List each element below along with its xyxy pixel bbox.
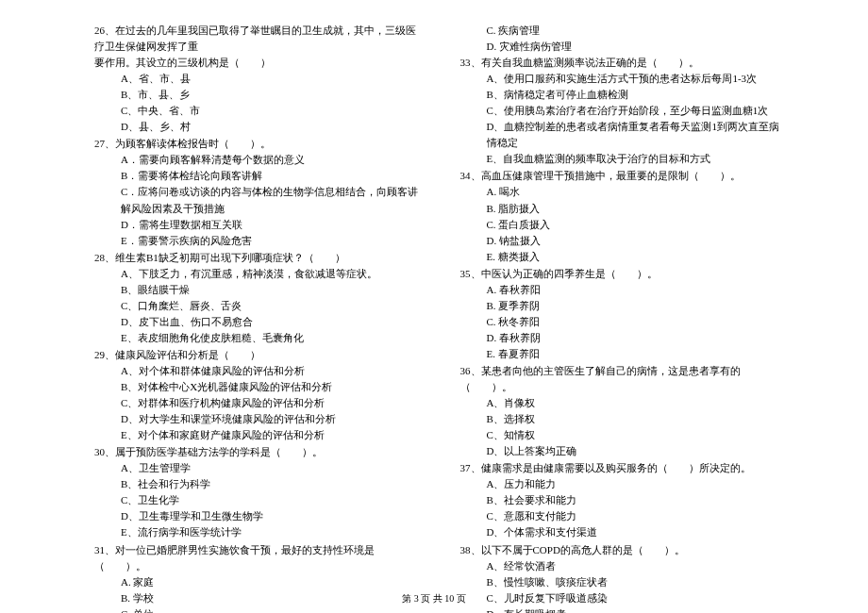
q31-opt-c: C. 单位 [94, 606, 423, 613]
q37-text: 37、健康需求是由健康需要以及购买服务的（ ）所决定的。 [460, 460, 789, 476]
q30-text: 30、属于预防医学基础方法学的学科是（ ）。 [94, 444, 423, 460]
q37-opt-a: A、压力和能力 [460, 476, 789, 492]
q38-text: 38、以下不属于COPD的高危人群的是（ ）。 [460, 542, 789, 558]
q26-opt-d: D、县、乡、村 [94, 119, 423, 135]
q32-opt-d: D. 灾难性病伤管理 [460, 39, 789, 55]
q34-opt-e: E. 糖类摄入 [460, 249, 789, 265]
q35-opt-a: A. 春秋养阳 [460, 282, 789, 298]
q31-text: 31、对一位已婚肥胖男性实施饮食干预，最好的支持性环境是（ ）。 [94, 542, 423, 574]
q26-opt-c: C、中央、省、市 [94, 103, 423, 119]
q30-opt-a: A、卫生管理学 [94, 460, 423, 476]
right-column: C. 疾病管理 D. 灾难性病伤管理 33、有关自我血糖监测频率说法正确的是（ … [460, 23, 789, 613]
question-27: 27、为顾客解读体检报告时（ ）。 A．需要向顾客解释清楚每个数据的意义 B．需… [94, 136, 423, 248]
q26-opt-a: A、省、市、县 [94, 71, 423, 87]
q33-opt-c: C、使用胰岛素治疗者在治疗开始阶段，至少每日监测血糖1次 [460, 103, 789, 119]
q29-text: 29、健康风险评估和分析是（ ） [94, 347, 423, 363]
q35-text: 35、中医认为正确的四季养生是（ ）。 [460, 266, 789, 282]
q33-opt-a: A、使用口服药和实施生活方式干预的患者达标后每周1-3次 [460, 71, 789, 87]
q29-opt-e: E、对个体和家庭财产健康风险的评估和分析 [94, 427, 423, 443]
q36-text: 36、某患者向他的主管医生了解自己的病情，这是患者享有的（ ）。 [460, 363, 789, 395]
q35-opt-c: C. 秋冬养阳 [460, 314, 789, 330]
q27-opt-e: E．需要警示疾病的风险危害 [94, 233, 423, 249]
q28-opt-e: E、表皮细胞角化使皮肤粗糙、毛囊角化 [94, 330, 423, 346]
question-35: 35、中医认为正确的四季养生是（ ）。 A. 春秋养阳 B. 夏季养阴 C. 秋… [460, 266, 789, 362]
question-36: 36、某患者向他的主管医生了解自己的病情，这是患者享有的（ ）。 A、肖像权 B… [460, 363, 789, 459]
question-26: 26、在过去的几年里我国已取得了举世瞩目的卫生成就，其中，三级医疗卫生保健网发挥… [94, 23, 423, 135]
q38-opt-b: B、慢性咳嗽、咳痰症状者 [460, 574, 789, 590]
question-30: 30、属于预防医学基础方法学的学科是（ ）。 A、卫生管理学 B、社会和行为科学… [94, 444, 423, 540]
q33-text: 33、有关自我血糖监测频率说法正确的是（ ）。 [460, 55, 789, 71]
q26-opt-b: B、市、县、乡 [94, 87, 423, 103]
q36-opt-b: B、选择权 [460, 411, 789, 427]
q27-opt-b: B．需要将体检结论向顾客讲解 [94, 168, 423, 184]
q26-text1: 26、在过去的几年里我国已取得了举世瞩目的卫生成就，其中，三级医疗卫生保健网发挥… [94, 23, 423, 55]
q29-opt-c: C、对群体和医疗机构健康风险的评估和分析 [94, 395, 423, 411]
q34-opt-c: C. 蛋白质摄入 [460, 217, 789, 233]
q28-text: 28、维生素B1缺乏初期可出现下列哪项症状？（ ） [94, 250, 423, 266]
q34-opt-d: D. 钠盐摄入 [460, 233, 789, 249]
q33-opt-b: B、病情稳定者可停止血糖检测 [460, 87, 789, 103]
q32-opt-c: C. 疾病管理 [460, 23, 789, 39]
q27-opt-a: A．需要向顾客解释清楚每个数据的意义 [94, 152, 423, 168]
q30-opt-d: D、卫生毒理学和卫生微生物学 [94, 508, 423, 524]
question-33: 33、有关自我血糖监测频率说法正确的是（ ）。 A、使用口服药和实施生活方式干预… [460, 55, 789, 167]
question-37: 37、健康需求是由健康需要以及购买服务的（ ）所决定的。 A、压力和能力 B、社… [460, 460, 789, 540]
q38-opt-d: D、有长期吸烟者 [460, 606, 789, 613]
q28-opt-a: A、下肢乏力，有沉重感，精神淡漠，食欲减退等症状。 [94, 266, 423, 282]
q28-opt-c: C、口角糜烂、唇炎、舌炎 [94, 298, 423, 314]
q30-opt-b: B、社会和行为科学 [94, 476, 423, 492]
q31-opt-a: A. 家庭 [94, 574, 423, 590]
q28-opt-d: D、皮下出血、伤口不易愈合 [94, 314, 423, 330]
q29-opt-d: D、对大学生和课堂环境健康风险的评估和分析 [94, 411, 423, 427]
q35-opt-d: D. 春秋养阴 [460, 330, 789, 346]
q34-text: 34、高血压健康管理干预措施中，最重要的是限制（ ）。 [460, 168, 789, 184]
q29-opt-b: B、对体检中心X光机器健康风险的评估和分析 [94, 379, 423, 395]
q27-opt-d: D．需将生理数据相互关联 [94, 217, 423, 233]
q34-opt-a: A. 喝水 [460, 184, 789, 200]
q27-opt-c: C．应将问卷或访谈的内容与体检的生物学信息相结合，向顾客讲解风险因素及干预措施 [94, 184, 423, 216]
q30-opt-e: E、流行病学和医学统计学 [94, 524, 423, 540]
q37-opt-b: B、社会要求和能力 [460, 492, 789, 508]
q28-opt-b: B、眼结膜干燥 [94, 282, 423, 298]
q30-opt-c: C、卫生化学 [94, 492, 423, 508]
q36-opt-d: D、以上答案均正确 [460, 443, 789, 459]
q36-opt-c: C、知情权 [460, 427, 789, 443]
page-footer: 第 3 页 共 10 页 [0, 592, 868, 605]
left-column: 26、在过去的几年里我国已取得了举世瞩目的卫生成就，其中，三级医疗卫生保健网发挥… [94, 23, 423, 613]
q35-opt-b: B. 夏季养阴 [460, 298, 789, 314]
question-34: 34、高血压健康管理干预措施中，最重要的是限制（ ）。 A. 喝水 B. 脂肪摄… [460, 168, 789, 264]
q29-opt-a: A、对个体和群体健康风险的评估和分析 [94, 363, 423, 379]
q38-opt-a: A、经常饮酒者 [460, 558, 789, 574]
q36-opt-a: A、肖像权 [460, 395, 789, 411]
q27-text: 27、为顾客解读体检报告时（ ）。 [94, 136, 423, 152]
question-29: 29、健康风险评估和分析是（ ） A、对个体和群体健康风险的评估和分析 B、对体… [94, 347, 423, 443]
q35-opt-e: E. 春夏养阳 [460, 346, 789, 362]
q37-opt-d: D、个体需求和支付渠道 [460, 524, 789, 540]
q33-opt-e: E、自我血糖监测的频率取决于治疗的目标和方式 [460, 151, 789, 167]
q37-opt-c: C、意愿和支付能力 [460, 508, 789, 524]
q34-opt-b: B. 脂肪摄入 [460, 201, 789, 217]
q26-text2: 要作用。其设立的三级机构是（ ） [94, 55, 423, 71]
question-28: 28、维生素B1缺乏初期可出现下列哪项症状？（ ） A、下肢乏力，有沉重感，精神… [94, 250, 423, 346]
q33-opt-d: D、血糖控制差的患者或者病情重复者看每天监测1到两次直至病情稳定 [460, 119, 789, 151]
